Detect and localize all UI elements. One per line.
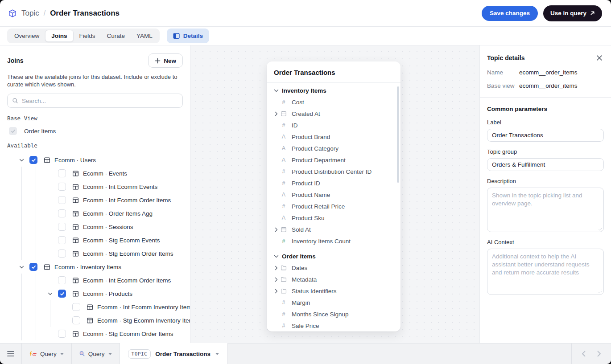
- query-tab-1[interactable]: Query: [22, 344, 71, 364]
- tree-guide-line: [29, 220, 43, 233]
- breadcrumb-section[interactable]: Topic: [21, 9, 39, 18]
- join-checkbox[interactable]: [58, 236, 66, 244]
- topic-tab-active[interactable]: TOPIC Order Transactions: [120, 343, 227, 364]
- field-row[interactable]: Metadata: [272, 274, 397, 285]
- tree-item[interactable]: Ecomm · Stg Ecomm Events: [7, 233, 183, 247]
- field-section-header[interactable]: Order Items: [272, 250, 397, 262]
- use-in-query-button[interactable]: Use in query: [543, 5, 602, 21]
- field-label: Cost: [292, 99, 304, 106]
- field-row[interactable]: Status Identifiers: [272, 285, 397, 297]
- close-icon[interactable]: [595, 53, 604, 62]
- chevron-right-icon[interactable]: [272, 289, 280, 294]
- base-view-item-label: Order Items: [24, 128, 56, 135]
- date-field-icon: [280, 226, 287, 233]
- field-label: Product ID: [292, 180, 320, 187]
- topic-group-input[interactable]: [487, 158, 604, 171]
- chevron-down-icon[interactable]: [272, 255, 280, 258]
- field-row[interactable]: #Inventory Items Count: [272, 235, 397, 247]
- field-section-header[interactable]: Inventory Items: [272, 85, 397, 96]
- field-row[interactable]: #Cost: [272, 96, 397, 108]
- field-row[interactable]: #Sale Price: [272, 320, 397, 331]
- join-checkbox[interactable]: [58, 249, 66, 258]
- join-checkbox[interactable]: [29, 263, 37, 271]
- join-checkbox[interactable]: [58, 330, 66, 338]
- field-row[interactable]: AProduct Category: [272, 143, 397, 154]
- chevron-down-icon[interactable]: [14, 260, 29, 274]
- field-row[interactable]: #ID: [272, 119, 397, 131]
- scrollbar-thumb[interactable]: [397, 86, 399, 183]
- table-icon: [72, 224, 79, 230]
- label-input[interactable]: [487, 129, 604, 142]
- tree-item[interactable]: Ecomm · Sessions: [7, 220, 183, 233]
- tab-joins[interactable]: Joins: [45, 30, 73, 42]
- field-row[interactable]: Sold At: [272, 224, 397, 235]
- joins-panel: Joins New These are the available joins …: [0, 45, 190, 343]
- field-label: Months Since Signup: [292, 311, 349, 318]
- details-toggle-button[interactable]: Details: [167, 29, 209, 43]
- field-row[interactable]: AProduct Department: [272, 154, 397, 166]
- field-row[interactable]: Dates: [272, 262, 397, 274]
- ai-context-textarea[interactable]: [487, 249, 604, 295]
- tree-item[interactable]: Ecomm · Int Ecomm Order Items: [7, 274, 183, 287]
- field-row[interactable]: #Product ID: [272, 177, 397, 189]
- save-changes-button[interactable]: Save changes: [482, 6, 538, 21]
- chevron-down-icon[interactable]: [272, 89, 280, 92]
- join-checkbox[interactable]: [58, 276, 66, 284]
- description-textarea[interactable]: [487, 188, 604, 232]
- tree-item[interactable]: Ecomm · Int Ecomm Events: [7, 180, 183, 193]
- chevron-down-icon[interactable]: [14, 153, 29, 167]
- tree-item-label: Ecomm · Sessions: [83, 224, 133, 230]
- chevron-down-icon[interactable]: [215, 352, 219, 356]
- search-input[interactable]: [22, 98, 178, 104]
- hamburger-icon[interactable]: [0, 344, 21, 364]
- tree-item[interactable]: Ecomm · Int Ecomm Inventory Items: [7, 300, 183, 314]
- tab-yaml[interactable]: YAML: [131, 30, 158, 42]
- tab-fields[interactable]: Fields: [74, 30, 101, 42]
- join-checkbox[interactable]: [58, 183, 66, 191]
- chevron-down-icon[interactable]: [43, 287, 57, 300]
- tree-item[interactable]: Ecomm · Events: [7, 167, 183, 180]
- chevron-right-icon[interactable]: [597, 351, 601, 357]
- field-row[interactable]: #Months Since Signup: [272, 308, 397, 320]
- field-row[interactable]: #Product Retail Price: [272, 200, 397, 212]
- tab-overview[interactable]: Overview: [8, 30, 45, 42]
- new-join-button[interactable]: New: [148, 53, 183, 68]
- join-checkbox[interactable]: [58, 196, 66, 204]
- field-label: Created At: [292, 110, 320, 117]
- tab-curate[interactable]: Curate: [101, 30, 131, 42]
- join-checkbox[interactable]: [29, 156, 37, 164]
- field-row[interactable]: #Margin: [272, 297, 397, 308]
- field-row[interactable]: #Product Distribution Center ID: [272, 166, 397, 177]
- tree-item[interactable]: Ecomm · Stg Ecomm Order Items: [7, 247, 183, 260]
- tree-item[interactable]: Ecomm · Stg Ecomm Inventory Items: [7, 314, 183, 327]
- joins-search[interactable]: [7, 94, 183, 108]
- tree-item[interactable]: Ecomm · Users: [7, 153, 183, 167]
- field-row[interactable]: AProduct Brand: [272, 131, 397, 143]
- join-checkbox[interactable]: [72, 316, 80, 324]
- tree-item[interactable]: Ecomm · Products: [7, 287, 183, 300]
- join-checkbox[interactable]: [58, 169, 66, 177]
- chevron-left-icon[interactable]: [582, 351, 586, 357]
- chevron-right-icon[interactable]: [272, 227, 280, 232]
- table-icon: [72, 170, 79, 177]
- field-row[interactable]: AProduct Sku: [272, 212, 397, 224]
- join-checkbox[interactable]: [58, 209, 66, 217]
- field-row[interactable]: Created At: [272, 108, 397, 119]
- chevron-right-icon[interactable]: [272, 266, 280, 270]
- join-checkbox[interactable]: [72, 303, 80, 311]
- chevron-right-icon[interactable]: [272, 277, 280, 282]
- tree-item[interactable]: Ecomm · Order Items Agg: [7, 207, 183, 220]
- tree-guide-line: [29, 287, 43, 300]
- available-section-label: Available: [7, 142, 183, 149]
- topic-field-card: Order Transactions Inventory Items#CostC…: [267, 61, 400, 331]
- join-checkbox[interactable]: [58, 290, 66, 298]
- chevron-right-icon[interactable]: [272, 111, 280, 116]
- tree-item[interactable]: Ecomm · Stg Ecomm Order Items: [7, 327, 183, 340]
- field-row[interactable]: AProduct Name: [272, 189, 397, 200]
- tree-item[interactable]: Ecomm · Int Ecomm Order Items: [7, 193, 183, 207]
- table-icon: [72, 210, 79, 217]
- tree-item[interactable]: Ecomm · Inventory Items: [7, 260, 183, 274]
- base-view-label: Base view: [487, 82, 519, 89]
- join-checkbox[interactable]: [58, 223, 66, 231]
- query-tab-2[interactable]: Query: [72, 344, 120, 364]
